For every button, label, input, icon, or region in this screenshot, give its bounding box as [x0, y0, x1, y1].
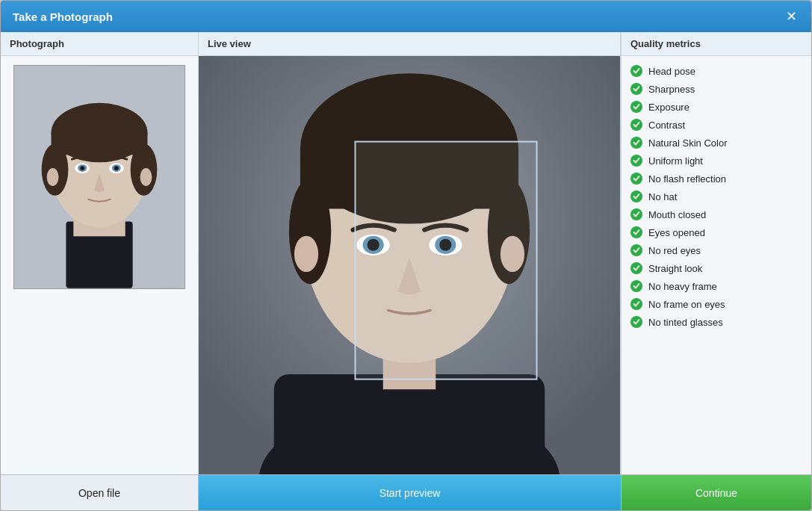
photograph-content [1, 56, 198, 474]
metric-item-eyes-opened: Eyes opened [630, 223, 802, 241]
metric-check-icon-mouth-closed [630, 208, 642, 220]
svg-rect-5 [52, 133, 148, 155]
metric-check-icon-natural-skin [630, 137, 642, 149]
metric-item-exposure: Exposure [630, 98, 802, 116]
metric-item-no-red-eyes: No red eyes [630, 241, 802, 259]
take-photograph-dialog: Take a Photograph ✕ Photograph [0, 0, 812, 511]
metric-label-no-heavy-frame: No heavy frame [648, 281, 717, 292]
metric-check-icon-uniform-light [630, 155, 642, 167]
title-bar: Take a Photograph ✕ [1, 1, 811, 32]
portrait-svg [14, 65, 185, 289]
metric-check-icon-no-hat [630, 191, 642, 202]
metrics-content: Head poseSharpnessExposureContrastNatura… [622, 56, 811, 474]
metric-item-straight-look: Straight look [630, 259, 802, 277]
start-preview-button[interactable]: Start preview [199, 475, 621, 510]
metric-label-exposure: Exposure [648, 102, 689, 113]
metric-item-head-pose: Head pose [630, 62, 802, 80]
metric-check-icon-no-frame-on-eyes [630, 298, 642, 310]
content-area: Photograph [1, 32, 811, 474]
svg-point-15 [140, 168, 152, 186]
metric-label-contrast: Contrast [648, 120, 685, 131]
metric-check-icon-exposure [630, 101, 642, 113]
metrics-panel-header: Quality metrics [622, 32, 811, 56]
metric-item-no-hat: No hat [630, 188, 802, 205]
face-overlay-box [355, 141, 538, 380]
metric-label-uniform-light: Uniform light [648, 155, 703, 167]
bottom-bar: Open file Start preview Continue [1, 474, 811, 510]
metric-item-no-flash: No flash reflection [630, 170, 802, 188]
metric-item-natural-skin: Natural Skin Color [630, 134, 802, 152]
metric-label-sharpness: Sharpness [648, 84, 695, 95]
metric-label-natural-skin: Natural Skin Color [648, 137, 728, 149]
metric-label-head-pose: Head pose [648, 66, 695, 77]
open-file-button[interactable]: Open file [1, 475, 199, 510]
metrics-panel: Quality metrics Head poseSharpnessExposu… [621, 32, 811, 474]
liveview-content [199, 56, 620, 474]
liveview-panel: Live view [199, 32, 621, 474]
metric-check-icon-contrast [630, 119, 642, 131]
close-button[interactable]: ✕ [783, 8, 799, 25]
continue-button[interactable]: Continue [621, 475, 811, 510]
metric-check-icon-sharpness [630, 83, 642, 95]
metric-check-icon-no-flash [630, 173, 642, 185]
metric-label-no-flash: No flash reflection [648, 173, 726, 185]
metric-label-eyes-opened: Eyes opened [648, 227, 705, 238]
metric-label-no-red-eyes: No red eyes [648, 245, 701, 256]
photograph-panel: Photograph [1, 32, 199, 474]
metric-check-icon-head-pose [630, 65, 642, 77]
photograph-image [13, 65, 185, 289]
metric-label-straight-look: Straight look [648, 263, 702, 274]
metric-label-no-frame-on-eyes: No frame on eyes [648, 299, 725, 310]
metric-check-icon-no-tinted-glasses [630, 316, 642, 328]
metric-check-icon-eyes-opened [630, 226, 642, 238]
metric-item-mouth-closed: Mouth closed [630, 205, 802, 223]
dialog-title: Take a Photograph [13, 10, 113, 23]
metric-label-mouth-closed: Mouth closed [648, 209, 706, 220]
photograph-panel-header: Photograph [1, 32, 198, 56]
svg-point-25 [294, 236, 318, 272]
metric-item-no-frame-on-eyes: No frame on eyes [630, 295, 802, 313]
liveview-panel-header: Live view [199, 32, 620, 56]
svg-point-14 [47, 168, 59, 186]
metric-label-no-tinted-glasses: No tinted glasses [648, 317, 723, 328]
svg-point-13 [114, 166, 119, 170]
metric-item-uniform-light: Uniform light [630, 152, 802, 170]
metric-item-sharpness: Sharpness [630, 80, 802, 98]
metric-item-no-heavy-frame: No heavy frame [630, 277, 802, 295]
metric-item-no-tinted-glasses: No tinted glasses [630, 313, 802, 331]
metric-label-no-hat: No hat [648, 191, 677, 202]
metric-check-icon-straight-look [630, 262, 642, 274]
metric-check-icon-no-red-eyes [630, 244, 642, 256]
metric-check-icon-no-heavy-frame [630, 280, 642, 292]
svg-point-12 [80, 166, 84, 170]
metric-item-contrast: Contrast [630, 116, 802, 134]
